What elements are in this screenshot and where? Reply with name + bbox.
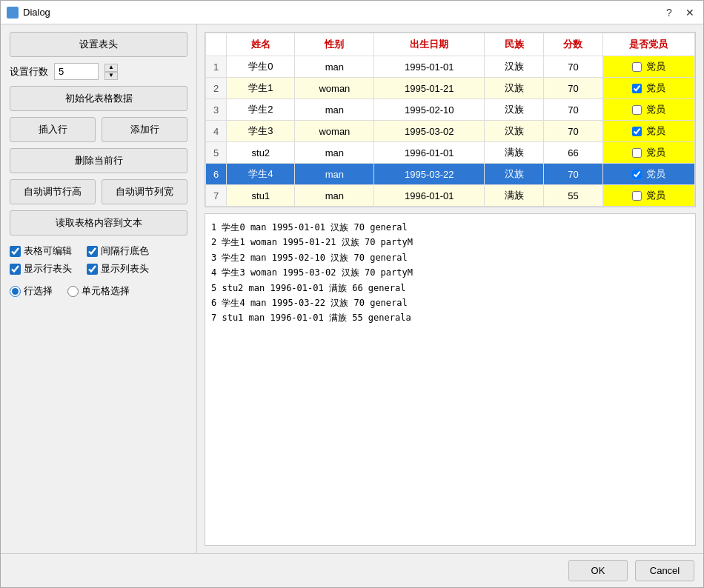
checkbox-show-col-header-input[interactable] bbox=[87, 264, 98, 275]
cell-birth[interactable]: 1995-03-22 bbox=[374, 164, 485, 185]
col-header-gender: 性别 bbox=[295, 33, 374, 56]
cell-birth[interactable]: 1995-01-01 bbox=[374, 56, 485, 78]
cell-gender[interactable]: man bbox=[295, 185, 374, 207]
table-row[interactable]: 2学生1woman1995-01-21汉族70党员 bbox=[206, 78, 695, 99]
cell-score[interactable]: 70 bbox=[544, 78, 603, 99]
cell-ethnicity[interactable]: 汉族 bbox=[485, 121, 544, 142]
cell-score[interactable]: 55 bbox=[544, 185, 603, 207]
cell-birth[interactable]: 1995-01-21 bbox=[374, 78, 485, 99]
checkbox-show-row-header[interactable]: 显示行表头 bbox=[10, 262, 72, 275]
table-row[interactable]: 1学生0man1995-01-01汉族70党员 bbox=[206, 56, 695, 78]
close-button[interactable]: ✕ bbox=[683, 5, 697, 20]
cell-party[interactable]: 党员 bbox=[602, 142, 694, 164]
cell-row-num: 1 bbox=[206, 56, 227, 78]
checkbox-editable-input[interactable] bbox=[10, 246, 21, 257]
cell-birth[interactable]: 1996-01-01 bbox=[374, 142, 485, 164]
set-header-button[interactable]: 设置表头 bbox=[10, 32, 187, 57]
cell-ethnicity[interactable]: 汉族 bbox=[485, 99, 544, 121]
checkbox-editable[interactable]: 表格可编辑 bbox=[10, 244, 72, 258]
auto-col-width-button[interactable]: 自动调节列宽 bbox=[102, 179, 187, 204]
table-row[interactable]: 7stu1man1996-01-01满族55党员 bbox=[206, 185, 695, 207]
party-checkbox[interactable] bbox=[632, 191, 642, 201]
checkbox-show-col-header[interactable]: 显示列表头 bbox=[87, 262, 149, 275]
cell-score[interactable]: 70 bbox=[544, 164, 603, 185]
row-count-label: 设置行数 bbox=[10, 65, 48, 78]
cell-party[interactable]: 党员 bbox=[602, 164, 694, 185]
dialog-title: Dialog bbox=[23, 7, 657, 18]
party-checkbox[interactable] bbox=[632, 62, 642, 72]
read-content-button[interactable]: 读取表格内容到文本 bbox=[10, 210, 187, 235]
party-checkbox[interactable] bbox=[632, 84, 642, 93]
party-checkbox[interactable] bbox=[632, 170, 642, 179]
cell-score[interactable]: 70 bbox=[544, 56, 603, 78]
party-label: 党员 bbox=[646, 103, 665, 116]
radio-row-select[interactable]: 行选择 bbox=[10, 284, 53, 298]
cell-name[interactable]: 学生1 bbox=[227, 78, 295, 99]
cell-score[interactable]: 70 bbox=[544, 99, 603, 121]
cell-ethnicity[interactable]: 汉族 bbox=[485, 164, 544, 185]
right-panel: 姓名 性别 出生日期 民族 分数 是否党员 1学生0man1995-01-01汉… bbox=[197, 24, 703, 553]
cell-birth[interactable]: 1995-03-02 bbox=[374, 121, 485, 142]
cell-ethnicity[interactable]: 汉族 bbox=[485, 78, 544, 99]
party-checkbox[interactable] bbox=[632, 127, 642, 136]
cell-ethnicity[interactable]: 满族 bbox=[485, 142, 544, 164]
cell-ethnicity[interactable]: 汉族 bbox=[485, 56, 544, 78]
party-checkbox[interactable] bbox=[632, 148, 642, 158]
cell-party[interactable]: 党员 bbox=[602, 56, 694, 78]
checkbox-show-row-header-input[interactable] bbox=[10, 264, 21, 275]
cell-name[interactable]: 学生4 bbox=[227, 164, 295, 185]
cell-name[interactable]: 学生2 bbox=[227, 99, 295, 121]
data-table: 姓名 性别 出生日期 民族 分数 是否党员 1学生0man1995-01-01汉… bbox=[205, 33, 695, 207]
help-button[interactable]: ? bbox=[662, 5, 677, 20]
cell-name[interactable]: 学生3 bbox=[227, 121, 295, 142]
spinner-up[interactable]: ▲ bbox=[104, 64, 118, 72]
text-output: 1 学生0 man 1995-01-01 汉族 70 general 2 学生1… bbox=[205, 213, 696, 546]
cell-name[interactable]: 学生0 bbox=[227, 56, 295, 78]
cell-gender[interactable]: woman bbox=[295, 78, 374, 99]
cell-ethnicity[interactable]: 满族 bbox=[485, 185, 544, 207]
cell-birth[interactable]: 1995-02-10 bbox=[374, 99, 485, 121]
cell-gender[interactable]: woman bbox=[295, 121, 374, 142]
check-row-1: 表格可编辑 间隔行底色 bbox=[10, 244, 187, 258]
col-header-score: 分数 bbox=[544, 33, 603, 56]
party-label: 党员 bbox=[646, 146, 665, 159]
checkbox-alt-color-label: 间隔行底色 bbox=[101, 244, 149, 258]
spinner-down[interactable]: ▼ bbox=[104, 72, 118, 80]
cell-name[interactable]: stu1 bbox=[227, 185, 295, 207]
cell-name[interactable]: stu2 bbox=[227, 142, 295, 164]
checkbox-alt-color[interactable]: 间隔行底色 bbox=[87, 244, 149, 258]
row-count-input[interactable] bbox=[54, 63, 99, 80]
table-row[interactable]: 4学生3woman1995-03-02汉族70党员 bbox=[206, 121, 695, 142]
cell-score[interactable]: 70 bbox=[544, 121, 603, 142]
dialog-icon bbox=[7, 7, 19, 19]
init-data-button[interactable]: 初始化表格数据 bbox=[10, 86, 187, 111]
cancel-button[interactable]: Cancel bbox=[635, 560, 694, 581]
cell-gender[interactable]: man bbox=[295, 99, 374, 121]
cell-score[interactable]: 66 bbox=[544, 142, 603, 164]
auto-row-height-button[interactable]: 自动调节行高 bbox=[10, 179, 96, 204]
add-row-button[interactable]: 添加行 bbox=[102, 117, 187, 142]
table-row[interactable]: 3学生2man1995-02-10汉族70党员 bbox=[206, 99, 695, 121]
cell-gender[interactable]: man bbox=[295, 142, 374, 164]
radio-row-select-input[interactable] bbox=[10, 286, 21, 297]
cell-gender[interactable]: man bbox=[295, 164, 374, 185]
radio-cell-select-input[interactable] bbox=[67, 286, 79, 297]
delete-row-button[interactable]: 删除当前行 bbox=[10, 148, 187, 173]
insert-row-button[interactable]: 插入行 bbox=[10, 117, 96, 142]
table-row[interactable]: 5stu2man1996-01-01满族66党员 bbox=[206, 142, 695, 164]
radio-cell-select[interactable]: 单元格选择 bbox=[67, 284, 130, 298]
bottom-bar: OK Cancel bbox=[1, 553, 703, 587]
checkbox-section: 表格可编辑 间隔行底色 显示行表头 显示列表头 bbox=[10, 244, 187, 275]
cell-birth[interactable]: 1996-01-01 bbox=[374, 185, 485, 207]
cell-party[interactable]: 党员 bbox=[602, 78, 694, 99]
title-bar: Dialog ? ✕ bbox=[1, 1, 703, 24]
cell-party[interactable]: 党员 bbox=[602, 99, 694, 121]
cell-party[interactable]: 党员 bbox=[602, 185, 694, 207]
table-row[interactable]: 6学生4man1995-03-22汉族70党员 bbox=[206, 164, 695, 185]
cell-gender[interactable]: man bbox=[295, 56, 374, 78]
cell-party[interactable]: 党员 bbox=[602, 121, 694, 142]
dialog-window: Dialog ? ✕ 设置表头 设置行数 ▲ ▼ 初始化表格数据 插入行 添加行 bbox=[0, 0, 704, 588]
checkbox-alt-color-input[interactable] bbox=[87, 246, 98, 257]
party-checkbox[interactable] bbox=[632, 105, 642, 115]
ok-button[interactable]: OK bbox=[568, 560, 628, 581]
